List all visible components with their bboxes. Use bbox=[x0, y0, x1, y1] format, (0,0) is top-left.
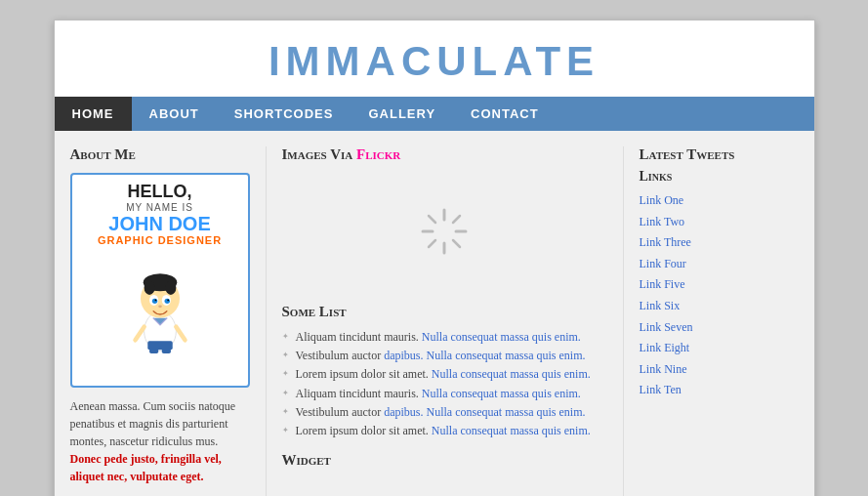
link-item[interactable]: Link Four bbox=[640, 254, 799, 275]
list-item-blue: dapibus. bbox=[384, 349, 423, 362]
list-items: Aliquam tincidunt mauris. Nulla consequa… bbox=[282, 328, 607, 440]
about-text: Aenean massa. Cum sociis natoque penatib… bbox=[70, 397, 250, 485]
svg-point-4 bbox=[165, 280, 176, 295]
svg-point-10 bbox=[167, 299, 169, 301]
list-item-blue2: Nulla consequat massa quis enim. bbox=[427, 405, 586, 419]
list-item: Vestibulum auctor dapibus. Nulla consequ… bbox=[282, 403, 607, 422]
link-item[interactable]: Link Six bbox=[640, 296, 799, 317]
svg-line-12 bbox=[135, 327, 144, 341]
links-title: Links bbox=[640, 169, 799, 185]
avatar-box: Hello, My Name Is John Doe Graphic Desig… bbox=[70, 173, 250, 388]
some-list-title: Some List bbox=[282, 304, 607, 320]
hello-card: Hello, My Name Is John Doe Graphic Desig… bbox=[80, 183, 240, 246]
list-item: Lorem ipsum dolor sit amet. Nulla conseq… bbox=[282, 422, 607, 440]
svg-point-11 bbox=[158, 305, 162, 308]
list-item: Vestibulum auctor dapibus. Nulla consequ… bbox=[282, 347, 607, 365]
svg-line-24 bbox=[429, 240, 435, 247]
nav-item-contact[interactable]: Contact bbox=[453, 97, 557, 131]
flickr-link[interactable]: Flickr bbox=[356, 146, 400, 162]
nav-item-home[interactable]: Home bbox=[55, 97, 132, 131]
svg-line-22 bbox=[453, 240, 460, 247]
col-mid: Images Via Flickr Some List Al bbox=[266, 146, 623, 496]
list-item: Aliquam tincidunt mauris. Nulla consequa… bbox=[282, 385, 607, 403]
list-item-blue: Nulla consequat massa quis enim. bbox=[422, 330, 581, 344]
list-item: Aliquam tincidunt mauris. Nulla consequa… bbox=[282, 328, 607, 347]
list-item-blue: Nulla consequat massa quis enim. bbox=[422, 387, 581, 400]
nav-item-gallery[interactable]: Gallery bbox=[351, 97, 453, 131]
links-list: Link One Link Two Link Three Link Four L… bbox=[640, 190, 799, 401]
list-item-blue: dapibus. bbox=[384, 405, 423, 419]
hello-name: John Doe bbox=[80, 213, 240, 234]
svg-point-3 bbox=[144, 280, 154, 295]
about-highlight: Donec pede justo, fringilla vel, aliquet… bbox=[70, 452, 222, 483]
col-right: Latest Tweets Links Link One Link Two Li… bbox=[623, 146, 799, 496]
nav-item-about[interactable]: About bbox=[132, 97, 217, 131]
image-placeholder bbox=[282, 173, 607, 290]
list-item-blue2: Nulla consequat massa quis enim. bbox=[427, 349, 586, 362]
list-item-blue: Nulla consequat massa quis enim. bbox=[432, 424, 591, 437]
svg-line-21 bbox=[429, 216, 435, 223]
svg-point-7 bbox=[151, 298, 156, 303]
link-item[interactable]: Link Eight bbox=[640, 338, 799, 359]
link-item[interactable]: Link One bbox=[640, 190, 799, 212]
about-title: About Me bbox=[70, 146, 250, 163]
col-left: About Me Hello, My Name Is John Doe Grap… bbox=[70, 146, 266, 496]
link-item[interactable]: Link Two bbox=[640, 212, 799, 233]
hello-line2: My Name Is bbox=[80, 202, 240, 213]
svg-line-13 bbox=[176, 327, 185, 341]
hello-line1: Hello, bbox=[80, 183, 240, 202]
svg-rect-16 bbox=[147, 341, 172, 350]
loading-spinner bbox=[419, 206, 470, 257]
link-item[interactable]: Link Seven bbox=[640, 317, 799, 339]
link-item[interactable]: Link Five bbox=[640, 274, 799, 296]
page-wrapper: IMMACULATE Home About Shortcodes Gallery… bbox=[54, 20, 815, 496]
nav-item-shortcodes[interactable]: Shortcodes bbox=[217, 97, 351, 131]
site-header: IMMACULATE bbox=[55, 21, 814, 97]
svg-line-23 bbox=[453, 216, 460, 223]
list-item: Lorem ipsum dolor sit amet. Nulla conseq… bbox=[282, 365, 607, 384]
images-title-text: Images Via bbox=[282, 146, 356, 162]
latest-tweets-title: Latest Tweets bbox=[640, 146, 799, 163]
nav-bar: Home About Shortcodes Gallery Contact bbox=[55, 97, 814, 131]
widget-title: Widget bbox=[282, 452, 607, 469]
link-item[interactable]: Link Nine bbox=[640, 359, 799, 381]
content-area: About Me Hello, My Name Is John Doe Grap… bbox=[55, 131, 814, 496]
character-figure bbox=[121, 256, 199, 353]
link-item[interactable]: Link Three bbox=[640, 232, 799, 254]
site-title: IMMACULATE bbox=[55, 38, 814, 85]
list-item-blue: Nulla consequat massa quis enim. bbox=[432, 367, 591, 381]
svg-point-9 bbox=[154, 299, 156, 301]
hello-role: Graphic Designer bbox=[80, 234, 240, 246]
svg-point-8 bbox=[164, 298, 169, 303]
images-title: Images Via Flickr bbox=[282, 146, 607, 163]
link-item[interactable]: Link Ten bbox=[640, 380, 799, 401]
